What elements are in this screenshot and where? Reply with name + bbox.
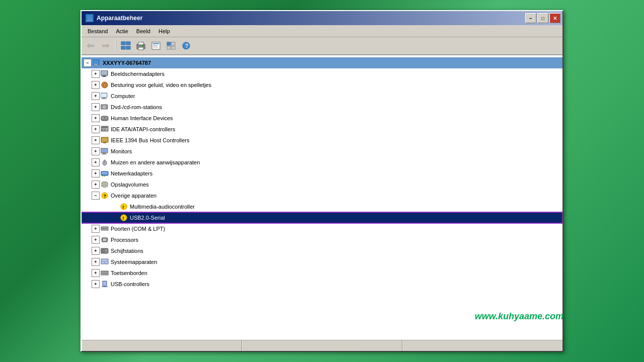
status-bar — [82, 340, 562, 351]
tree-item-hid[interactable]: + Human Interface Devices — [82, 113, 562, 124]
label-ieee: IEEE 1394 Bus Host Controllers — [111, 137, 190, 143]
expand-geluid[interactable]: + — [92, 81, 100, 89]
root-collapse-btn[interactable]: − — [84, 59, 92, 67]
svg-rect-104 — [102, 287, 108, 287]
expand-ieee[interactable]: + — [92, 136, 100, 144]
expand-systeem[interactable]: + — [92, 258, 100, 266]
tree-item-usb-serial[interactable]: ! USB2.0-Serial — [82, 212, 562, 223]
toolbar-btn-1[interactable] — [119, 39, 133, 52]
svg-rect-17 — [153, 45, 157, 46]
window-title: Apparaatbeheer — [97, 15, 142, 22]
tree-item-multimedia[interactable]: ! Multimedia-audiocontroller — [82, 201, 562, 212]
toolbar-btn-view[interactable] — [164, 39, 178, 52]
expand-processors[interactable]: + — [92, 236, 100, 244]
tree-item-geluid[interactable]: + Besturing voor geluid, video en spelle… — [82, 79, 562, 90]
tree-item-monitors[interactable]: + Monitors — [82, 146, 562, 157]
tree-item-toets[interactable]: + Toetsenborden — [82, 267, 562, 279]
svg-text:?: ? — [185, 43, 188, 49]
tree-item-computer[interactable]: + Computer — [82, 90, 562, 102]
tree-item-schijf[interactable]: + Schijfstations — [82, 245, 562, 256]
expand-hid[interactable]: + — [92, 114, 100, 122]
label-computer: Computer — [111, 93, 135, 99]
menu-help[interactable]: Help — [154, 27, 174, 35]
expand-toets[interactable]: + — [92, 269, 100, 277]
tree-item-processors[interactable]: + Processors — [82, 234, 562, 245]
minimize-button[interactable]: − — [525, 13, 536, 23]
expand-schijf[interactable]: + — [92, 247, 100, 255]
svg-rect-91 — [102, 259, 108, 261]
label-systeem: Systeemapparaten — [111, 259, 157, 265]
menu-actie[interactable]: Actie — [112, 27, 132, 35]
svg-rect-84 — [107, 240, 108, 240]
icon-geluid — [101, 81, 109, 88]
svg-rect-36 — [101, 94, 107, 97]
svg-point-14 — [142, 45, 144, 47]
menu-beeld[interactable]: Beeld — [132, 27, 154, 35]
expand-usb[interactable]: + — [92, 280, 100, 288]
svg-point-77 — [106, 228, 107, 229]
expand-dvd[interactable]: + — [92, 103, 100, 111]
tree-item-usb[interactable]: + USB-controllers — [82, 279, 562, 290]
tree-item-opslag[interactable]: + Opslagvolumes — [82, 179, 562, 190]
maximize-button[interactable]: □ — [537, 13, 548, 23]
svg-rect-88 — [106, 250, 107, 250]
svg-rect-26 — [94, 64, 98, 65]
forward-button[interactable] — [99, 39, 113, 52]
expand-poorten[interactable]: + — [92, 225, 100, 233]
close-button[interactable]: ✕ — [549, 13, 560, 23]
label-usb-serial: USB2.0-Serial — [130, 215, 165, 221]
tree-item-muizen[interactable]: + Muizen en andere aanwijsapparaten — [82, 157, 562, 168]
expand-muizen[interactable]: + — [92, 158, 100, 166]
svg-point-76 — [105, 228, 106, 229]
label-multimedia: Multimedia-audiocontroller — [130, 204, 195, 210]
svg-rect-100 — [102, 273, 108, 274]
tree-root[interactable]: − XXXYYY-06764787 — [82, 57, 562, 68]
tree-item-poorten[interactable]: + Poorten (COM & LPT) — [82, 223, 562, 234]
back-button[interactable] — [84, 39, 98, 52]
status-panel-2 — [242, 340, 403, 351]
svg-rect-8 — [126, 42, 130, 45]
tree-item-netwerk[interactable]: + Netwerkadapters — [82, 168, 562, 179]
toolbar-btn-properties[interactable] — [149, 39, 163, 52]
tree-item-beeldscherm[interactable]: + Beeldschermadapters — [82, 68, 562, 79]
icon-processors — [101, 236, 109, 243]
svg-rect-22 — [172, 46, 175, 49]
tree-item-dvd[interactable]: + Dvd-/cd-rom-stations — [82, 102, 562, 113]
svg-rect-93 — [105, 262, 108, 263]
expand-opslag[interactable]: + — [92, 180, 100, 189]
tree-item-overige[interactable]: − ? Overige apparaten — [82, 190, 562, 201]
tree-item-systeem[interactable]: + Systeemapparaten — [82, 256, 562, 267]
icon-muizen — [101, 159, 109, 166]
label-beeldscherm: Beeldschermadapters — [111, 71, 165, 77]
svg-rect-9 — [121, 46, 125, 49]
svg-rect-47 — [102, 127, 108, 128]
device-manager-window: Apparaatbeheer − □ ✕ Bestand Actie Beeld… — [80, 10, 564, 352]
expand-netwerk[interactable]: + — [92, 169, 100, 177]
svg-rect-27 — [93, 65, 99, 65]
toolbar-btn-help[interactable]: ? — [179, 39, 193, 52]
icon-ide — [101, 126, 109, 133]
svg-rect-97 — [104, 272, 105, 273]
toolbar-btn-print[interactable] — [134, 39, 148, 52]
icon-ieee — [101, 137, 109, 144]
tree-item-ieee[interactable]: + IEEE 1394 Bus Host Controllers — [82, 135, 562, 146]
expand-beeldscherm[interactable]: + — [92, 70, 100, 78]
svg-rect-38 — [101, 99, 107, 99]
svg-rect-63 — [104, 175, 105, 176]
label-usb: USB-controllers — [111, 281, 149, 287]
expand-overige[interactable]: − — [92, 192, 100, 200]
svg-rect-61 — [102, 172, 108, 174]
tree-item-ide[interactable]: + IDE ATA/ATAPI-controllers — [82, 124, 562, 135]
svg-rect-4 — [90, 45, 94, 47]
root-label: XXXYYY-06764787 — [103, 60, 151, 66]
svg-rect-6 — [102, 45, 107, 47]
menu-bestand[interactable]: Bestand — [84, 27, 112, 35]
svg-rect-98 — [106, 272, 107, 273]
expand-monitors[interactable]: + — [92, 147, 100, 155]
expand-computer[interactable]: + — [92, 92, 100, 100]
icon-beeldscherm — [101, 70, 109, 77]
svg-rect-30 — [103, 75, 106, 76]
svg-rect-54 — [101, 149, 107, 152]
expand-ide[interactable]: + — [92, 125, 100, 133]
device-tree: − XXXYYY-06764787 + — [82, 55, 562, 340]
